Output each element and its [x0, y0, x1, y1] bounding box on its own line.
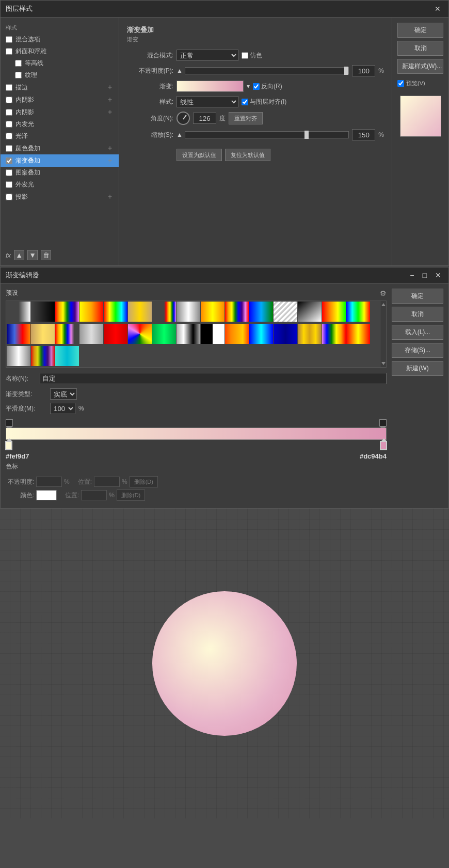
gear-icon[interactable]: ⚙: [380, 289, 387, 297]
ge-confirm-button[interactable]: 确定: [392, 289, 443, 304]
style-item-stroke[interactable]: 描边 ＋: [1, 81, 119, 93]
style-item-bevel[interactable]: 斜面和浮雕: [1, 45, 119, 57]
preset-swatch[interactable]: [322, 324, 346, 344]
preset-swatch[interactable]: [31, 324, 55, 344]
style-item-texture[interactable]: 纹理: [1, 69, 119, 81]
cancel-button[interactable]: 取消: [397, 41, 443, 56]
fx-move-down-button[interactable]: ▼: [27, 250, 38, 260]
preset-swatch[interactable]: [177, 324, 200, 344]
smooth-value-select[interactable]: 100: [50, 403, 75, 414]
color-sim-checkbox[interactable]: [242, 52, 248, 59]
color-swatch[interactable]: [36, 490, 57, 500]
preset-swatch[interactable]: [79, 302, 103, 322]
angle-input[interactable]: [193, 113, 216, 124]
preset-swatch[interactable]: [225, 324, 249, 344]
opacity-stop-right[interactable]: [379, 419, 387, 427]
style-checkbox-outer-glow[interactable]: [6, 181, 12, 188]
preset-swatch[interactable]: [55, 346, 79, 366]
preset-swatch[interactable]: [31, 346, 55, 366]
maximize-button[interactable]: □: [421, 271, 429, 280]
style-item-contour[interactable]: 等高线: [1, 57, 119, 69]
scale-slider[interactable]: [185, 131, 349, 138]
set-default-button[interactable]: 设置为默认值: [177, 149, 222, 161]
opacity-input[interactable]: [352, 65, 375, 76]
align-checkbox-label[interactable]: 与图层对齐(I): [242, 98, 286, 106]
gradient-style-select[interactable]: 线性: [177, 96, 238, 107]
style-item-color-overlay[interactable]: 颜色叠加 ＋: [1, 142, 119, 154]
style-item-inner-shadow2[interactable]: 内阴影 ＋: [1, 106, 119, 118]
preset-swatch[interactable]: [7, 302, 30, 322]
style-item-inner-glow[interactable]: 内发光: [1, 118, 119, 130]
gradient-name-input[interactable]: [40, 373, 387, 384]
style-item-pattern-overlay[interactable]: 图案叠加: [1, 167, 119, 179]
scroll-up-arrow[interactable]: [381, 302, 386, 306]
preset-swatch[interactable]: [128, 324, 152, 344]
preview-checkbox[interactable]: [397, 80, 404, 87]
style-item-satin[interactable]: 光泽: [1, 130, 119, 142]
angle-dial[interactable]: [177, 112, 190, 125]
preset-swatch[interactable]: [322, 302, 346, 322]
layer-style-close-button[interactable]: ✕: [432, 4, 443, 14]
style-checkbox-drop-shadow[interactable]: [6, 194, 12, 200]
style-checkbox-gradient-overlay[interactable]: [6, 157, 12, 164]
minimize-button[interactable]: −: [408, 271, 416, 280]
fx-move-up-button[interactable]: ▲: [14, 250, 24, 260]
style-item-inner-shadow1[interactable]: 内阴影 ＋: [1, 93, 119, 106]
preset-swatch[interactable]: [201, 324, 224, 344]
preset-swatch[interactable]: [55, 302, 79, 322]
style-checkbox-blending[interactable]: [6, 36, 12, 43]
reset-default-button[interactable]: 复位为默认值: [225, 149, 270, 161]
preset-swatch[interactable]: [177, 302, 200, 322]
color-stop-left[interactable]: [5, 441, 12, 450]
preset-swatch[interactable]: [249, 324, 273, 344]
style-item-drop-shadow[interactable]: 投影 ＋: [1, 191, 119, 203]
preset-swatch[interactable]: [225, 302, 249, 322]
close-button[interactable]: ✕: [433, 271, 443, 280]
preset-swatch[interactable]: [201, 302, 224, 322]
new-style-button[interactable]: 新建样式(W)...: [397, 59, 443, 74]
preset-swatch[interactable]: [346, 302, 370, 322]
ge-save-button[interactable]: 存储(S)...: [392, 343, 443, 358]
preset-swatch[interactable]: [298, 302, 322, 322]
color-stop-right[interactable]: [380, 441, 387, 450]
style-item-gradient-overlay[interactable]: 渐变叠加 ＋: [1, 154, 119, 167]
preset-swatch[interactable]: [152, 302, 176, 322]
preset-swatch[interactable]: [152, 324, 176, 344]
style-checkbox-inner-glow[interactable]: [6, 121, 12, 128]
style-checkbox-pattern-overlay[interactable]: [6, 169, 12, 176]
style-checkbox-inner-shadow1[interactable]: [6, 97, 12, 103]
preset-swatch[interactable]: [7, 346, 30, 366]
preset-swatch[interactable]: [274, 302, 297, 322]
preset-swatch[interactable]: [128, 302, 152, 322]
preset-swatch[interactable]: [104, 302, 127, 322]
reverse-checkbox[interactable]: [253, 83, 260, 90]
preset-swatch[interactable]: [346, 324, 370, 344]
preset-swatch[interactable]: [249, 302, 273, 322]
confirm-button[interactable]: 确定: [397, 23, 443, 38]
ge-new-button[interactable]: 新建(W): [392, 361, 443, 376]
align-checkbox[interactable]: [242, 99, 248, 105]
preset-swatch[interactable]: [298, 324, 322, 344]
style-item-blending[interactable]: 混合选项: [1, 34, 119, 45]
preset-swatch[interactable]: [55, 324, 79, 344]
opacity-slider[interactable]: [185, 67, 349, 74]
preset-swatch[interactable]: [274, 324, 297, 344]
preset-swatch[interactable]: [31, 302, 55, 322]
gradient-type-select[interactable]: 实底: [50, 388, 77, 400]
style-checkbox-stroke[interactable]: [6, 84, 12, 91]
ge-load-button[interactable]: 载入(L)...: [392, 325, 443, 340]
style-checkbox-satin[interactable]: [6, 133, 12, 139]
preview-checkbox-row[interactable]: 预览(V): [397, 80, 443, 87]
scroll-down-arrow[interactable]: [381, 362, 386, 366]
ge-cancel-button[interactable]: 取消: [392, 307, 443, 322]
opacity-stop-left[interactable]: [6, 419, 13, 427]
gradient-bar[interactable]: [6, 428, 387, 440]
style-checkbox-texture[interactable]: [15, 72, 22, 78]
gradient-swatch[interactable]: [177, 81, 244, 92]
style-checkbox-inner-shadow2[interactable]: [6, 109, 12, 116]
style-checkbox-bevel[interactable]: [6, 48, 12, 55]
style-item-outer-glow[interactable]: 外发光: [1, 179, 119, 191]
style-checkbox-contour[interactable]: [15, 60, 22, 67]
style-checkbox-color-overlay[interactable]: [6, 145, 12, 152]
scale-input[interactable]: [352, 129, 375, 140]
